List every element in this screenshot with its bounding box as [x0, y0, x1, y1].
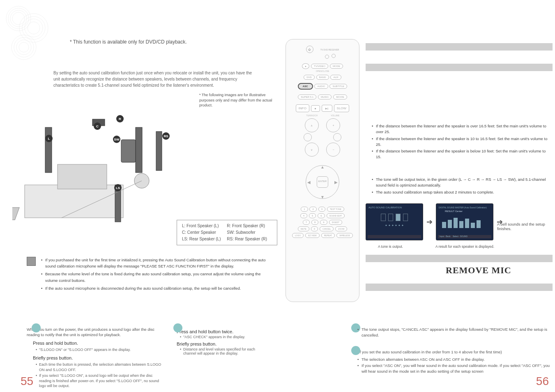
guide-item: If the distance between the listener and…: [372, 148, 548, 160]
remote-stop-icon: ■: [311, 105, 320, 112]
remote-btn: WIRELESS: [336, 233, 353, 238]
remote-volume-down-icon: −: [326, 143, 340, 157]
remote-btn: MUTE: [298, 226, 309, 231]
svg-rect-25: [454, 218, 458, 228]
legend-sw: SW: Subwoofer: [227, 229, 267, 236]
cancel-text: •The tone output stops, "CANCEL ASC" app…: [357, 327, 550, 339]
remote-btn: TEST TONE: [327, 207, 344, 212]
step-label: Press and hold button twice.: [177, 329, 267, 334]
result-box-title: AUTO SOUND CALIBRATION: [368, 206, 420, 209]
gray-bar: [366, 284, 553, 291]
svg-point-1: [8, 8, 29, 29]
speaker-label-ls: LS: [114, 184, 122, 191]
svg-rect-12: [25, 185, 123, 218]
svg-rect-13: [58, 164, 107, 189]
remote-num-button: 7: [303, 220, 310, 225]
remote-btn: AUX: [330, 75, 341, 80]
svg-point-2: [10, 10, 27, 27]
remote-arrow-left-icon: ◀: [307, 180, 311, 184]
svg-rect-24: [448, 220, 452, 228]
section-marker: [32, 323, 41, 332]
remote-label: TUNING/CH: [299, 114, 324, 117]
remove-mic-label: REMOVE MIC: [446, 265, 511, 276]
bell-finish-text: A bell sounds and the setup finishes.: [497, 222, 550, 231]
remote-btn: DIGEST: [329, 220, 343, 225]
remote-volume-up-icon: +: [326, 118, 340, 132]
remote-btn: ZOOM: [335, 226, 347, 231]
remote-tuning-up-icon: ∧: [305, 118, 319, 132]
remote-eject-icon: ▲: [302, 63, 309, 69]
asc-onoff-item: The selection alternates between ASC ON …: [357, 357, 550, 362]
note-item: Because the volume level of the tone is …: [41, 271, 267, 283]
remote-num-button: 2: [309, 207, 316, 212]
result-box-speaker: DIGITAL SOUND MASTER (Auto Sound Calibra…: [436, 203, 493, 240]
remote-arrow-right-icon: ▶: [334, 180, 338, 184]
remote-info-button: INFO: [296, 104, 309, 112]
guide-item: If the distance between the listener and…: [372, 123, 548, 135]
remote-arrow-down-icon: ▼: [320, 195, 325, 199]
remote-btn: AUDIO: [314, 84, 328, 89]
remote-btn: LOGO: [292, 233, 304, 238]
note-item: If the auto sound microphone is disconne…: [41, 285, 267, 291]
intro-text: By setting the auto sound calibration fu…: [53, 70, 255, 88]
remote-btn: MODE: [330, 64, 343, 69]
svg-point-8: [12, 35, 36, 60]
svg-rect-18: [121, 140, 136, 162]
gray-bar: [366, 255, 553, 262]
remote-num-button: 0: [311, 226, 318, 231]
diagram-note-text: The following images are for illustrativ…: [199, 93, 272, 107]
svg-rect-16: [136, 127, 142, 173]
result-caption-tone: A tone is output.: [378, 244, 403, 249]
step-label: Briefly press button.: [177, 341, 267, 346]
remote-tuning-down-icon: ∨: [305, 143, 319, 157]
remote-round-button: [304, 133, 312, 141]
asc-onoff-section: (If you set the auto sound calibration i…: [357, 349, 550, 374]
remote-btn: REPEAT: [321, 233, 335, 238]
svg-rect-29: [477, 220, 481, 228]
gray-bar: [366, 64, 553, 71]
step-label: Press and hold button.: [33, 340, 162, 346]
diagram-note: * The following images are for illustrat…: [199, 92, 273, 108]
svg-point-11: [19, 42, 29, 52]
gray-bar: [366, 43, 553, 51]
remote-btn: SUBTITLE: [329, 84, 347, 89]
svg-point-6: [25, 19, 43, 37]
speaker-label-sw: SW: [113, 136, 120, 143]
remote-btn: MOVIE: [333, 95, 347, 99]
tone-info-item: The tone will be output twice, in the gi…: [372, 177, 548, 189]
notes-marker: [27, 257, 36, 266]
legend-ls: LS: Rear Speaker (L): [182, 236, 221, 242]
svg-rect-28: [471, 223, 475, 228]
remote-btn: SUPER 5.1: [298, 95, 316, 99]
availability-note: * This function is available only for DV…: [70, 39, 187, 45]
remote-num-button: 4: [300, 213, 307, 218]
remote-label: VOLUME: [325, 114, 345, 117]
result-box-title: DIGITAL SOUND MASTER (Auto Sound Calibra…: [439, 206, 491, 209]
step-detail: "S.LOGO ON" or "S.LOGO OFF" appears in t…: [36, 347, 162, 353]
step-detail: "ASC CHECK" appears in the display.: [180, 335, 267, 339]
remote-slow-button: SLOW: [334, 104, 350, 112]
page-number-left: 55: [21, 375, 33, 388]
speaker-label-c: C: [94, 122, 101, 130]
step-detail: Distance and level values specified for …: [180, 347, 267, 355]
speaker-legend: L: Front Speaker (L) C: Center Speaker L…: [177, 220, 277, 245]
page-number-right: 56: [536, 375, 549, 388]
section-marker: [173, 323, 182, 332]
speaker-setup-diagram: R C L SW RS LS: [12, 103, 177, 226]
svg-rect-19: [156, 131, 162, 171]
remote-enter-button: ENTER: [317, 176, 328, 188]
check-section: Press and hold button twice. "ASC CHECK"…: [177, 327, 267, 356]
section-marker: [351, 346, 360, 355]
step-detail: If you select "S.LOGO ON", a sound logo …: [36, 373, 162, 389]
sound-edit-intro: When you turn on the power, the unit pro…: [27, 327, 162, 338]
sound-edit-section: When you turn on the power, the unit pro…: [27, 327, 162, 390]
remote-asc-button: ASC: [298, 83, 313, 90]
guide-item: If the distance between the listener and…: [372, 136, 548, 148]
remote-num-button: 8: [311, 220, 318, 225]
result-display-row: AUTO SOUND CALIBRATION ✦ ✦ ✦ ✦ ✦ ✦ ➔ DIG…: [366, 203, 503, 240]
remote-btn: CANCEL: [320, 226, 334, 231]
remote-btn: EZ VIEW: [305, 233, 320, 238]
asc-onoff-intro: (If you set the auto sound calibration i…: [357, 349, 550, 355]
remote-play-pause-icon: ▶||: [322, 105, 332, 112]
arrow-right-icon: ➔: [426, 217, 433, 226]
